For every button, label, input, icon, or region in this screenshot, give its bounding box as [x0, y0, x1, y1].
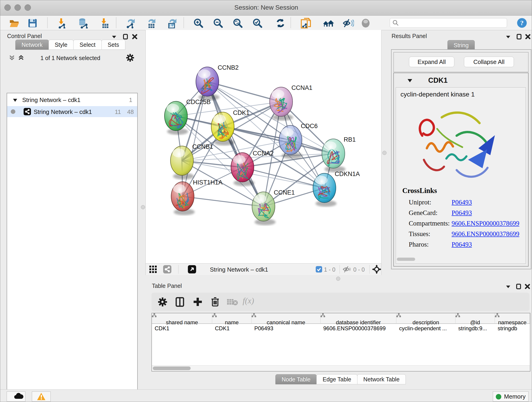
tab-sets[interactable]: Sets: [101, 40, 125, 50]
network-node[interactable]: CCNB2: [196, 64, 239, 100]
horizontal-scrollbar-thumb[interactable]: [397, 258, 415, 261]
tab-network[interactable]: Network: [15, 40, 49, 50]
zoom-in-icon[interactable]: [193, 18, 204, 28]
table-cell[interactable]: 9606.ENSP00000378699: [323, 324, 395, 333]
fit-center-crosshair-icon[interactable]: [372, 265, 381, 274]
crosslink-link[interactable]: P06493: [452, 198, 472, 206]
zoom-fit-icon[interactable]: [233, 18, 243, 28]
scrollbar-thumb[interactable]: [153, 366, 191, 370]
column-header-canonical-name[interactable]: canonical name: [252, 313, 321, 324]
help-icon[interactable]: ?: [517, 18, 527, 28]
network-node[interactable]: RB1: [322, 136, 356, 172]
crosslink-row: Pharos:P06493: [396, 239, 526, 250]
network-edge: [183, 196, 264, 206]
splitter-handle[interactable]: [382, 151, 386, 155]
network-canvas[interactable]: CCNB2CCNA1CDC25BCDK1CDC6RB1CCNB1CCNA2CDK…: [146, 30, 381, 263]
import-network-file-icon[interactable]: [57, 18, 68, 28]
collection-label: String Network – cdk1: [22, 96, 80, 104]
panel-float-icon[interactable]: [516, 33, 523, 40]
node-table: shared namenamecanonical namedatabase id…: [152, 313, 530, 371]
selected-checkbox-icon[interactable]: [316, 266, 322, 273]
network-node[interactable]: CCNB1: [171, 143, 213, 179]
table-cell[interactable]: CDK1: [155, 324, 211, 333]
panel-close-icon[interactable]: [524, 283, 531, 290]
crosslink-link[interactable]: 9606.ENSP00000378699: [452, 230, 519, 238]
network-node[interactable]: CDC6: [279, 123, 318, 159]
home-icon[interactable]: [322, 18, 333, 28]
hide-panel-eye-icon[interactable]: [342, 18, 353, 28]
panel-float-icon[interactable]: [515, 283, 522, 290]
open-in-window-icon[interactable]: [188, 265, 196, 274]
network-row[interactable]: String Network – cdk1 11 48: [7, 106, 137, 117]
collapse-all-button[interactable]: Collapse All: [464, 57, 514, 67]
panel-menu-icon[interactable]: [111, 33, 118, 40]
column-header-database-identifier[interactable]: database identifier: [321, 313, 396, 324]
network-node[interactable]: CDK1: [211, 109, 249, 146]
table-cell[interactable]: P06493: [254, 324, 320, 333]
toolbar-separator: [291, 17, 291, 28]
network-node[interactable]: CCNA1: [270, 84, 312, 121]
network-node[interactable]: CCNE1: [252, 189, 295, 225]
column-header-shared-name[interactable]: shared name: [152, 313, 212, 324]
birdseye-grid-icon[interactable]: [149, 266, 157, 273]
tab-edge-table[interactable]: Edge Table: [317, 374, 357, 384]
collapse-section-icon[interactable]: [407, 78, 413, 83]
tree-settings-gear-icon[interactable]: [126, 53, 134, 62]
protein-structure-image: [410, 101, 506, 184]
search-input[interactable]: [390, 18, 507, 28]
network-node[interactable]: CDKN1A: [313, 171, 360, 207]
expand-all-button[interactable]: Expand All: [409, 57, 454, 67]
zoom-out-icon[interactable]: [213, 18, 223, 28]
tab-string[interactable]: String: [447, 40, 475, 50]
clone-network-icon[interactable]: [300, 18, 311, 28]
toolbar-separator: [340, 265, 340, 274]
tab-network-table[interactable]: Network Table: [357, 374, 406, 384]
network-collection-row[interactable]: String Network – cdk1 1: [7, 95, 137, 106]
tab-select[interactable]: Select: [73, 40, 101, 50]
crosslink-link[interactable]: P06493: [452, 241, 472, 248]
export-network-icon[interactable]: [125, 18, 136, 28]
import-network-database-icon[interactable]: [78, 18, 88, 28]
tab-node-table[interactable]: Node Table: [275, 374, 317, 384]
network-node[interactable]: CDC25B: [165, 99, 211, 135]
select-columns-icon[interactable]: [175, 297, 185, 307]
table-horizontal-scrollbar[interactable]: [152, 365, 530, 371]
node-label: CDC6: [301, 123, 318, 129]
add-column-icon[interactable]: [193, 297, 203, 307]
open-session-icon[interactable]: [9, 18, 19, 28]
delete-column-icon[interactable]: [210, 296, 220, 307]
export-table-icon[interactable]: [146, 18, 156, 28]
table-settings-gear-icon[interactable]: [157, 297, 167, 307]
zoom-selected-icon[interactable]: [252, 18, 263, 28]
table-cell[interactable]: CDK1: [215, 324, 251, 333]
save-session-icon[interactable]: [27, 18, 38, 28]
title-bar: Session: New Session: [0, 0, 532, 16]
crosslink-link[interactable]: 9606.ENSP00000378699: [452, 220, 519, 227]
column-header-description[interactable]: description: [396, 313, 456, 324]
panel-close-icon[interactable]: [131, 33, 138, 40]
column-header-@id[interactable]: @id: [456, 313, 495, 324]
crosslink-link[interactable]: P06493: [452, 209, 472, 217]
cloud-status-button[interactable]: [7, 391, 25, 402]
refresh-icon[interactable]: [275, 18, 286, 28]
table-cell[interactable]: stringdb: [498, 324, 529, 333]
tab-style[interactable]: Style: [49, 40, 74, 50]
warnings-button[interactable]: [32, 391, 51, 402]
panel-menu-icon[interactable]: [505, 283, 512, 290]
function-builder-icon: f(x): [243, 296, 254, 306]
import-table-icon[interactable]: [99, 18, 110, 28]
table-cell[interactable]: stringdb:9...: [458, 324, 494, 333]
splitter-handle[interactable]: [141, 205, 145, 209]
splitter-handle[interactable]: [336, 277, 340, 281]
export-image-icon[interactable]: [166, 18, 177, 28]
network-node[interactable]: HIST1H1A: [171, 179, 222, 215]
column-header-namespace[interactable]: namespace: [495, 313, 530, 324]
memory-button[interactable]: Memory: [493, 391, 529, 402]
network-view-title: String Network – cdk1: [210, 266, 268, 273]
string-style-icon[interactable]: [163, 265, 171, 274]
column-header-name[interactable]: name: [212, 313, 252, 324]
panel-menu-icon[interactable]: [505, 33, 512, 40]
table-cell[interactable]: cyclin-dependent ...: [399, 324, 455, 333]
panel-close-icon[interactable]: [525, 33, 531, 40]
panel-float-icon[interactable]: [122, 33, 129, 40]
